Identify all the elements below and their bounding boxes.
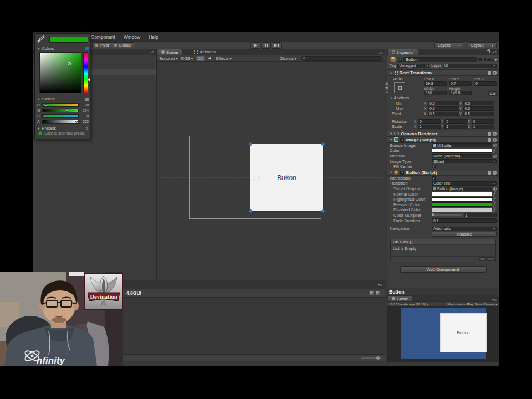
eyedropper-icon[interactable]: ╱	[492, 192, 497, 196]
pos-x-field[interactable]: 69.8	[424, 81, 447, 86]
hue-slider[interactable]	[83, 52, 88, 93]
anchor-min-y-field[interactable]: 0.5	[463, 101, 495, 105]
slider-knob[interactable]	[75, 121, 78, 123]
scene-search-input[interactable]	[301, 56, 383, 61]
selection-handle[interactable]	[321, 209, 325, 213]
selection-handle[interactable]	[249, 209, 252, 213]
red-slider[interactable]	[42, 103, 79, 107]
image-component-header[interactable]: ▼ ✓ Image (Script)	[387, 137, 499, 143]
slider-knob[interactable]	[66, 110, 68, 112]
fill-center-checkbox[interactable]: ✓	[432, 165, 436, 168]
anchor-gizmo-icon[interactable]	[252, 173, 260, 182]
gear-icon[interactable]	[493, 171, 497, 175]
sliders-section-header[interactable]: ▼Sliders	[37, 96, 89, 101]
alpha-slider[interactable]	[42, 120, 79, 124]
help-icon[interactable]	[488, 71, 491, 75]
pivot-x-field[interactable]: 0.5	[428, 112, 459, 116]
gear-icon[interactable]	[493, 138, 497, 142]
green-value[interactable]: 174	[80, 109, 89, 112]
green-slider[interactable]	[42, 109, 79, 112]
object-picker-icon[interactable]	[493, 155, 497, 158]
height-field[interactable]: 149.8	[449, 91, 472, 95]
colors-section-header[interactable]: ▼Colors	[37, 46, 89, 51]
disabled-color-swatch[interactable]	[432, 208, 492, 212]
lock-icon[interactable]	[487, 50, 490, 53]
pause-button[interactable]	[261, 42, 271, 49]
eyedropper-tool-icon[interactable]	[37, 35, 45, 44]
alpha-value[interactable]: 255	[80, 120, 89, 124]
interactable-checkbox[interactable]: ✓	[432, 176, 436, 180]
blue-slider[interactable]	[42, 114, 79, 118]
audio-toggle-icon[interactable]	[208, 56, 213, 60]
aspect-ratio-dropdown[interactable]: 16:10 Landscape (16:10) ▾	[389, 302, 428, 306]
pos-y-field[interactable]: 0.7	[449, 81, 472, 86]
slider-knob[interactable]	[432, 213, 434, 216]
add-component-button[interactable]: Add Component	[400, 266, 487, 273]
eyedropper-icon[interactable]: ╱	[492, 149, 497, 153]
step-button[interactable]	[272, 42, 282, 49]
render-mode-dropdown[interactable]: RGB▾	[181, 56, 193, 61]
gear-icon[interactable]	[493, 71, 497, 75]
slider-knob[interactable]	[376, 356, 380, 360]
transition-dropdown[interactable]: Color Tint	[432, 181, 497, 186]
rect-transform-header[interactable]: ▼ Rect Transform	[387, 70, 499, 76]
object-picker-icon[interactable]	[493, 144, 497, 147]
eyedropper-icon[interactable]: ╱	[492, 197, 497, 202]
pivot-y-field[interactable]: 0.5	[463, 112, 495, 116]
help-icon[interactable]	[488, 138, 491, 142]
2d-toggle[interactable]: 2D	[196, 56, 205, 61]
panel-menu-icon[interactable]: ·≡	[85, 127, 89, 130]
image-type-dropdown[interactable]: Sliced	[432, 159, 497, 163]
preset-hint-row[interactable]: Click to add new preset	[38, 131, 85, 135]
blue-value[interactable]: 8	[80, 114, 89, 118]
tab-inspector[interactable]: Inspector	[387, 49, 418, 55]
color-multiplier-field[interactable]: 1	[464, 213, 497, 217]
slider-knob[interactable]	[43, 115, 45, 117]
chevron-down-icon[interactable]: ▾	[495, 58, 497, 62]
pos-z-field[interactable]: 0	[474, 81, 497, 86]
gizmos-dropdown[interactable]: Gizmos▾	[280, 56, 296, 61]
maximize-on-play-toggle[interactable]: Maximize on Play	[447, 303, 473, 306]
eyedropper-icon[interactable]: ╱	[492, 202, 497, 207]
blueprint-mode-buttons[interactable]	[488, 91, 497, 96]
selection-handle[interactable]	[249, 142, 252, 146]
pivot-toggle-button[interactable]: Pivot	[92, 42, 112, 48]
highlighted-color-swatch[interactable]	[432, 197, 492, 202]
color-multiplier-slider[interactable]	[432, 214, 462, 216]
fade-duration-field[interactable]: 0.1	[432, 218, 497, 223]
tab-animator[interactable]: Animator	[190, 49, 220, 55]
help-icon[interactable]	[488, 132, 491, 136]
material-field[interactable]: None (Material)	[432, 154, 492, 158]
red-value[interactable]: 20	[80, 103, 89, 107]
width-field[interactable]: 160	[424, 91, 447, 95]
anchor-max-y-field[interactable]: 0.5	[463, 106, 495, 111]
button-enabled-checkbox[interactable]: ✓	[400, 171, 404, 175]
menu-help[interactable]: Help	[149, 34, 158, 40]
edit-icon[interactable]	[370, 291, 374, 295]
object-picker-icon[interactable]	[493, 187, 497, 191]
image-color-swatch[interactable]	[432, 149, 492, 153]
panel-menu-icon[interactable]: ▾≡	[492, 298, 499, 301]
rotation-y-field[interactable]: 0	[444, 119, 467, 124]
sv-indicator[interactable]	[68, 62, 71, 65]
normal-color-swatch[interactable]	[432, 192, 492, 196]
scene-viewport[interactable]: Button	[157, 62, 385, 280]
image-enabled-checkbox[interactable]: ✓	[400, 138, 404, 142]
panel-menu-icon[interactable]: ▾≡	[378, 283, 383, 287]
tab-scene[interactable]: Scene	[157, 49, 182, 55]
global-toggle-button[interactable]: Global	[111, 42, 134, 48]
eyedropper-icon[interactable]: ╱	[492, 208, 497, 212]
rotation-x-field[interactable]: 0	[418, 119, 441, 124]
selection-handle[interactable]	[321, 142, 325, 146]
menu-window[interactable]: Window	[124, 34, 140, 40]
rotation-z-field[interactable]: 0	[472, 119, 494, 124]
foldout-icon[interactable]: ▼	[390, 132, 392, 135]
scene-button-object[interactable]: Button	[250, 144, 323, 211]
scale-z-field[interactable]: 1	[472, 125, 494, 129]
anchor-min-x-field[interactable]: 0.5	[428, 101, 459, 105]
anchor-max-x-field[interactable]: 0.5	[428, 106, 459, 111]
canvas-renderer-header[interactable]: ▼ Canvas Renderer	[387, 131, 499, 137]
visualize-button[interactable]: Visualize	[432, 232, 497, 237]
shading-mode-dropdown[interactable]: Textured▾	[159, 56, 178, 61]
panel-menu-icon[interactable]: ▾≡	[492, 50, 499, 54]
